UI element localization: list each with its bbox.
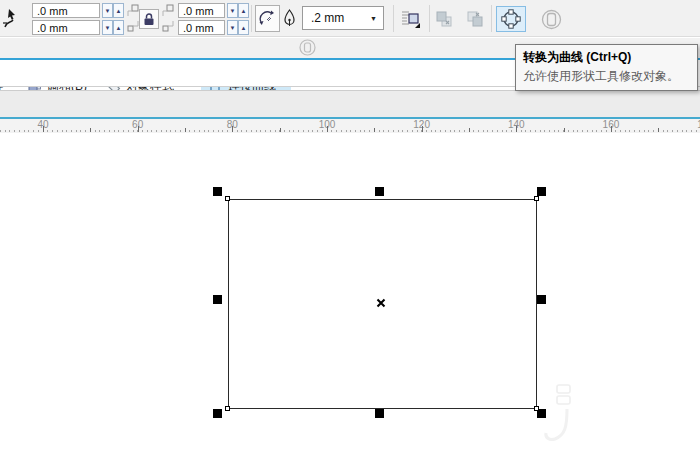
toolbar-spacer-band	[0, 91, 700, 117]
to-front-button[interactable]	[433, 8, 455, 30]
h-spin-down-icon[interactable]: ▼	[227, 20, 238, 35]
toolbar-separator	[491, 5, 492, 32]
ruler-major-tick	[516, 126, 517, 132]
toolbar-separator	[393, 5, 394, 32]
ruler-major-tick	[327, 126, 328, 132]
toolbar-separator	[429, 5, 430, 32]
drawing-canvas[interactable]	[0, 133, 700, 450]
rounded-shape-icon	[541, 9, 562, 30]
lock-icon	[143, 13, 155, 26]
node-bottom-left[interactable]	[225, 406, 230, 411]
w-spin-down-icon[interactable]: ▼	[227, 3, 238, 18]
ruler-mid-tick	[280, 128, 281, 132]
object-x-field[interactable]	[32, 3, 100, 18]
to-back-icon	[466, 10, 484, 28]
wrap-text-icon	[401, 9, 421, 29]
lock-ratio-button[interactable]	[139, 9, 159, 29]
object-y-field[interactable]	[32, 20, 100, 35]
to-front-icon	[435, 10, 453, 28]
curve-nodes-icon	[501, 9, 521, 29]
combine-button[interactable]	[539, 7, 563, 31]
watermark	[543, 383, 577, 445]
ruler-mid-tick	[90, 128, 91, 132]
tooltip: 转换为曲线 (Ctrl+Q) 允许使用形状工具修改对象。	[515, 44, 698, 91]
rotation-angle-button[interactable]	[255, 5, 280, 32]
ruler-major-tick	[232, 126, 233, 132]
toolbar-separator	[251, 5, 252, 32]
outline-width-value: .2 mm	[311, 11, 344, 25]
wrap-text-button[interactable]	[398, 6, 424, 32]
ruler-minor-ticks	[0, 130, 700, 132]
shape-tool-cursor-icon	[2, 7, 26, 31]
ruler-mid-tick	[564, 128, 565, 132]
ruler-major-tick	[422, 126, 423, 132]
object-width-field[interactable]	[178, 3, 225, 18]
ruler-major-tick	[43, 126, 44, 132]
to-back-button[interactable]	[464, 8, 486, 30]
handle-bottom-left[interactable]	[213, 409, 222, 418]
ruler-major-tick	[611, 126, 612, 132]
handle-bottom-center[interactable]	[375, 409, 384, 418]
chevron-down-icon: ▼	[370, 15, 377, 22]
horizontal-ruler[interactable]: 406080100120140160180	[0, 119, 700, 133]
h-spin-up-icon[interactable]: ▲	[238, 20, 249, 35]
rotate-icon	[259, 10, 276, 27]
handle-top-left[interactable]	[213, 187, 222, 196]
ruler-mid-tick	[374, 128, 375, 132]
w-spin-up-icon[interactable]: ▲	[238, 3, 249, 18]
app-window: ▼ ▲ ▼ ▲	[0, 0, 700, 450]
convert-to-curves-button[interactable]	[496, 6, 526, 32]
outline-width-select[interactable]: .2 mm ▼	[302, 6, 384, 30]
ruler-mid-tick	[658, 128, 659, 132]
handle-middle-left[interactable]	[213, 295, 222, 304]
object-center-marker[interactable]	[376, 298, 386, 308]
ruler-mid-tick	[469, 128, 470, 132]
x-spin-down-icon[interactable]: ▼	[102, 3, 113, 18]
handle-middle-right[interactable]	[537, 295, 546, 304]
handle-top-right[interactable]	[537, 187, 546, 196]
object-height-field[interactable]	[178, 20, 225, 35]
y-spin-down-icon[interactable]: ▼	[102, 20, 113, 35]
docker-disabled-icon	[299, 39, 316, 56]
node-top-right[interactable]	[534, 196, 539, 201]
handle-top-center[interactable]	[375, 187, 384, 196]
y-spin-up-icon[interactable]: ▲	[113, 20, 124, 35]
size-reference-right-icon	[161, 4, 175, 34]
node-top-left[interactable]	[225, 196, 230, 201]
ruler-mid-tick	[185, 128, 186, 132]
x-spin-up-icon[interactable]: ▲	[113, 3, 124, 18]
node-bottom-right[interactable]	[534, 406, 539, 411]
tooltip-title: 转换为曲线 (Ctrl+Q)	[523, 49, 690, 66]
property-bar: ▼ ▲ ▼ ▲	[0, 0, 700, 37]
outline-pen-icon	[283, 9, 296, 29]
ruler-major-tick	[138, 126, 139, 132]
size-reference-left-icon	[126, 4, 140, 34]
tooltip-description: 允许使用形状工具修改对象。	[523, 68, 690, 85]
